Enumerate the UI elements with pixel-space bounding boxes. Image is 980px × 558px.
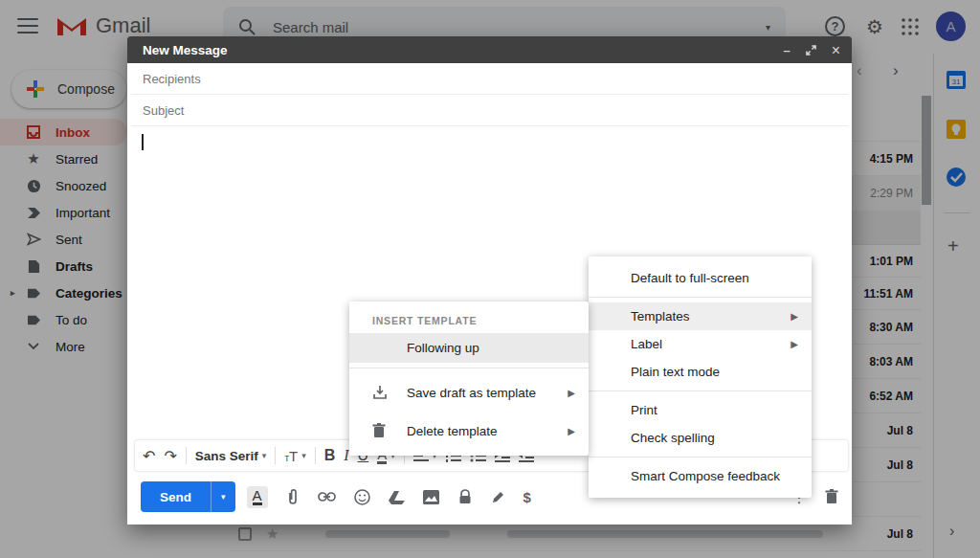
submenu-arrow-icon: ▶ — [568, 426, 575, 436]
compose-title: New Message — [143, 43, 783, 57]
bold-button[interactable]: B — [324, 447, 336, 464]
undo-icon[interactable]: ↶ — [143, 447, 155, 465]
discard-draft-trash-icon[interactable] — [825, 489, 838, 504]
compose-options-menu: Default to full-screen Templates ▶ Label… — [589, 257, 812, 498]
caret-icon: ▾ — [262, 451, 267, 460]
menu-divider — [349, 368, 589, 368]
menu-item-plain-text[interactable]: Plain text mode — [589, 358, 812, 386]
save-download-icon — [372, 385, 390, 400]
submenu-arrow-icon: ▶ — [791, 311, 798, 322]
caret-icon: ▾ — [301, 451, 306, 460]
font-size-button[interactable]: ᴛT▾ — [284, 448, 305, 464]
menu-item-smart-compose-feedback[interactable]: Smart Compose feedback — [589, 462, 812, 490]
recipients-field[interactable]: Recipients — [131, 63, 848, 95]
close-icon[interactable]: × — [832, 44, 840, 56]
menu-divider — [589, 457, 812, 458]
formatting-options-button[interactable]: A — [247, 486, 268, 508]
gmail-app: Gmail Search mail ▾ ? ⚙ A Compose — [0, 0, 980, 558]
drive-icon[interactable] — [389, 490, 405, 504]
insert-emoji-icon[interactable] — [354, 489, 370, 505]
send-label: Send — [141, 490, 211, 504]
subject-field[interactable]: Subject — [131, 95, 848, 126]
attach-file-icon[interactable] — [286, 488, 300, 505]
minimize-icon[interactable]: – — [783, 44, 790, 56]
font-family-select[interactable]: Sans Serif ▾ — [195, 449, 267, 463]
delete-template-item[interactable]: Delete template ▶ — [349, 412, 589, 450]
dollar-icon[interactable]: $ — [523, 489, 531, 505]
menu-item-check-spelling[interactable]: Check spelling — [589, 424, 812, 452]
trash-icon — [372, 423, 390, 438]
send-options-caret-icon[interactable]: ▾ — [211, 481, 235, 512]
insert-template-header: INSERT TEMPLATE — [349, 301, 589, 333]
submenu-arrow-icon: ▶ — [791, 339, 798, 349]
insert-link-icon[interactable] — [318, 491, 336, 502]
menu-divider — [589, 391, 812, 391]
menu-item-label[interactable]: Label ▶ — [589, 330, 812, 358]
popout-icon[interactable] — [806, 45, 816, 56]
submenu-arrow-icon: ▶ — [568, 388, 575, 398]
menu-item-print[interactable]: Print — [589, 396, 812, 424]
redo-icon[interactable]: ↷ — [164, 447, 176, 465]
save-draft-as-template-item[interactable]: Save draft as template ▶ — [349, 373, 589, 412]
menu-item-templates[interactable]: Templates ▶ — [589, 302, 812, 330]
italic-button[interactable]: I — [344, 447, 348, 464]
confidential-mode-icon[interactable] — [457, 489, 473, 504]
text-cursor — [142, 134, 144, 150]
send-button[interactable]: Send ▾ — [141, 481, 235, 512]
insert-photo-icon[interactable] — [423, 490, 439, 504]
template-item-following-up[interactable]: Following up — [349, 333, 589, 363]
menu-divider — [589, 297, 812, 298]
menu-item-fullscreen[interactable]: Default to full-screen — [589, 264, 812, 292]
insert-signature-icon[interactable] — [491, 490, 505, 504]
compose-header[interactable]: New Message – × — [127, 36, 852, 63]
templates-submenu: INSERT TEMPLATE Following up Save draft … — [349, 301, 589, 456]
